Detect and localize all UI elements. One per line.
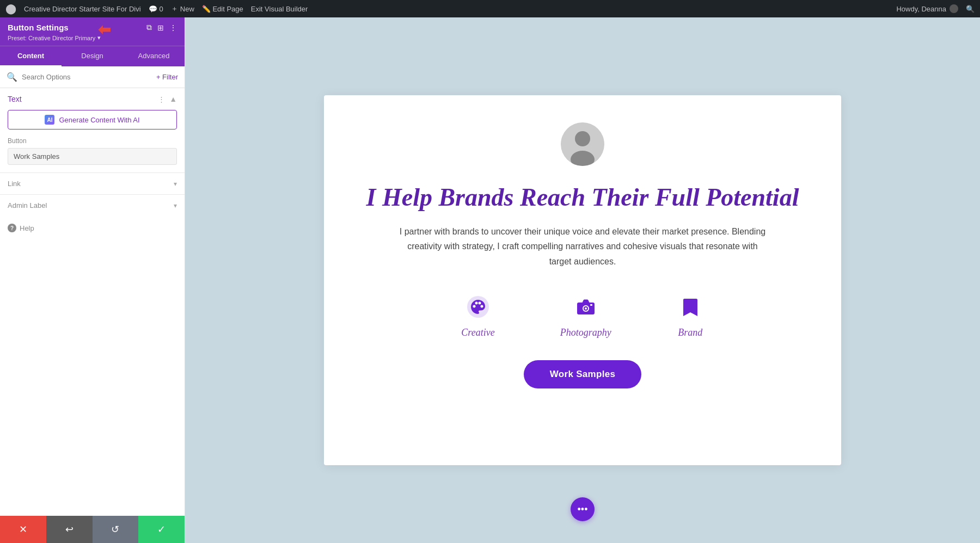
bookmark-icon — [677, 293, 704, 320]
admin-label-section: Admin Label ▾ — [0, 194, 185, 216]
search-icon: 🔍 — [7, 72, 17, 82]
undo-button[interactable]: ↩ — [46, 516, 93, 543]
link-section-title: Link — [8, 180, 21, 188]
photography-label: Photography — [560, 327, 611, 338]
filter-button[interactable]: + Filter — [156, 73, 178, 81]
text-section: Text ⋮ ▲ AI Generate Content With AI But… — [0, 88, 185, 172]
hero-heading: I Help Brands Reach Their Full Potential — [366, 182, 799, 212]
floating-menu-button[interactable]: ••• — [571, 497, 595, 521]
services-row: Creative Photography — [357, 293, 808, 338]
ai-icon: AI — [45, 115, 54, 125]
section-collapse-icon[interactable]: ▲ — [169, 95, 177, 103]
text-section-header[interactable]: Text ⋮ ▲ — [0, 88, 185, 108]
edit-page-link[interactable]: ✏️ Edit Page — [202, 5, 243, 13]
close-button[interactable]: ✕ — [0, 516, 46, 543]
ai-button-label: Generate Content With AI — [59, 116, 139, 124]
svg-point-5 — [475, 301, 478, 304]
admin-label-header[interactable]: Admin Label ▾ — [0, 195, 185, 216]
creative-label: Creative — [461, 327, 494, 338]
service-photography: Photography — [560, 293, 611, 338]
palette-icon — [464, 293, 492, 320]
admin-label-chevron-icon[interactable]: ▾ — [174, 202, 177, 209]
save-icon: ✓ — [157, 523, 166, 535]
hero-card: I Help Brands Reach Their Full Potential… — [324, 95, 841, 465]
comment-count[interactable]: 💬 0 — [149, 5, 163, 13]
generate-ai-button[interactable]: AI Generate Content With AI — [8, 110, 177, 129]
undo-icon: ↩ — [65, 523, 74, 535]
hero-subtext: I partner with brands to uncover their u… — [397, 224, 768, 269]
site-name-link[interactable]: Creative Director Starter Site For Divi — [24, 5, 141, 13]
copy-icon[interactable]: ⧉ — [146, 23, 152, 32]
panel-title: Button Settings — [8, 23, 69, 32]
exit-builder-link[interactable]: Exit Visual Builder — [251, 5, 308, 13]
redo-icon: ↺ — [111, 523, 119, 535]
wordpress-admin-bar: ⬤ Creative Director Starter Site For Div… — [0, 0, 980, 17]
link-section: Link ▾ — [0, 172, 185, 194]
help-section[interactable]: ? Help — [0, 216, 185, 240]
save-button[interactable]: ✓ — [138, 516, 185, 543]
search-bar: 🔍 + Filter — [0, 66, 185, 88]
settings-panel: Button Settings ⧉ ⊞ ⋮ ⬅ Preset: Creative… — [0, 17, 185, 543]
tab-content[interactable]: Content — [0, 46, 62, 66]
link-section-header[interactable]: Link ▾ — [0, 173, 185, 194]
help-icon: ? — [8, 224, 16, 232]
redo-button[interactable]: ↺ — [93, 516, 139, 543]
svg-point-1 — [575, 131, 590, 146]
wp-logo-icon[interactable]: ⬤ — [5, 3, 16, 15]
panel-tabs: Content Design Advanced — [0, 46, 185, 66]
panel-header: Button Settings ⧉ ⊞ ⋮ ⬅ Preset: Creative… — [0, 17, 185, 46]
user-avatar — [950, 4, 958, 13]
work-samples-button[interactable]: Work Samples — [524, 360, 641, 388]
brand-label: Brand — [678, 327, 702, 338]
svg-point-7 — [481, 305, 483, 307]
section-menu-icon[interactable]: ⋮ — [158, 95, 165, 103]
svg-rect-12 — [590, 304, 592, 306]
panel-content: Text ⋮ ▲ AI Generate Content With AI But… — [0, 88, 185, 516]
button-field-label: Button — [8, 137, 177, 145]
help-label: Help — [20, 224, 34, 232]
service-creative: Creative — [461, 293, 494, 338]
link-chevron-icon[interactable]: ▾ — [174, 180, 177, 188]
search-toggle-icon[interactable]: 🔍 — [966, 5, 975, 13]
service-brand: Brand — [677, 293, 704, 338]
columns-icon[interactable]: ⊞ — [157, 23, 164, 32]
svg-point-11 — [585, 307, 587, 310]
svg-point-4 — [473, 305, 476, 307]
profile-avatar — [561, 122, 604, 166]
new-item-button[interactable]: ＋ New — [171, 4, 194, 14]
tab-advanced[interactable]: Advanced — [123, 46, 185, 66]
camera-icon — [572, 293, 599, 320]
bottom-toolbar: ✕ ↩ ↺ ✓ — [0, 516, 185, 543]
preset-label[interactable]: Preset: Creative Director Primary ▾ — [8, 34, 177, 41]
page-preview: I Help Brands Reach Their Full Potential… — [185, 17, 980, 543]
text-section-title: Text — [8, 95, 22, 103]
close-icon: ✕ — [19, 523, 27, 535]
svg-point-6 — [479, 301, 481, 304]
tab-design[interactable]: Design — [62, 46, 123, 66]
button-text-input[interactable] — [8, 148, 177, 165]
search-options-input[interactable] — [22, 73, 152, 81]
admin-label-title: Admin Label — [8, 201, 47, 209]
howdy-user: Howdy, Deanna — [896, 4, 958, 13]
button-text-field-group: Button — [0, 135, 185, 172]
more-options-icon[interactable]: ⋮ — [169, 23, 177, 32]
